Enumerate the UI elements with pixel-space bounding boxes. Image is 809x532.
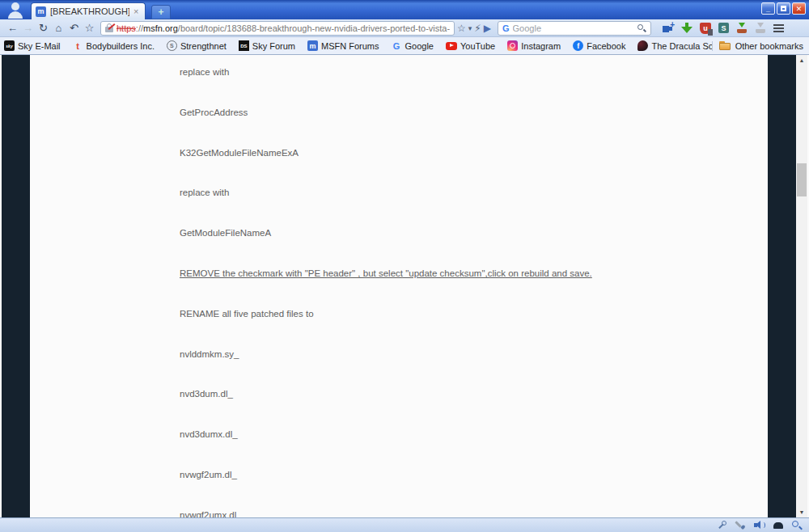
extension-buttons: + u S: [663, 23, 784, 34]
sky-logo-icon: sky: [4, 40, 15, 51]
page-right-gutter: [768, 55, 796, 517]
google-icon: G: [392, 40, 402, 51]
brush-icon[interactable]: [735, 520, 747, 530]
content-line: K32GetModuleFileNameExA: [30, 145, 768, 185]
maximize-button[interactable]: [777, 2, 790, 15]
speaker-icon[interactable]: [754, 520, 765, 530]
bookmark-item[interactable]: Instagram: [507, 40, 561, 51]
bookmark-label: Instagram: [521, 41, 561, 51]
bookmark-label: MSFN Forums: [321, 41, 379, 51]
url-path: /board/topic/183688-breakthrough-new-nvi…: [178, 23, 450, 33]
bookmark-label: Facebook: [587, 41, 625, 51]
msfn-favicon-icon: m: [36, 6, 46, 17]
page-content: replace withGetProcAddressK32GetModuleFi…: [30, 55, 768, 517]
bookmark-label: Bodybuilders Inc.: [87, 41, 155, 51]
zoom-magnifier-icon[interactable]: [791, 520, 803, 530]
url-domain: msfn.org: [143, 23, 178, 33]
instagram-icon: [507, 40, 518, 51]
urlbar-extras: ☆ ▾ ⚡ ▶: [457, 21, 491, 36]
url-dropdown-icon[interactable]: ▾: [468, 21, 472, 36]
hat-icon[interactable]: [773, 520, 784, 530]
scrollbar[interactable]: ▲ ▼: [796, 55, 807, 517]
download-arrow-icon[interactable]: [681, 23, 693, 33]
tab-breakthrough-topic[interactable]: m [BREAKTHROUGH] NE ×: [31, 2, 146, 19]
menu-hamburger-icon[interactable]: [773, 24, 784, 32]
undo-button[interactable]: ↶: [66, 20, 82, 36]
bookmark-item[interactable]: skySky E-Mail: [4, 40, 61, 51]
bookmark-item[interactable]: fFacebook: [573, 40, 625, 51]
scrollbar-thumb[interactable]: [797, 163, 807, 196]
search-bar[interactable]: G: [498, 21, 651, 36]
ublock-badge: [708, 29, 713, 36]
url-scheme: https: [116, 23, 136, 33]
s-extension-icon[interactable]: S: [718, 23, 729, 33]
insecure-lock-icon: [105, 23, 113, 32]
scroll-down-icon[interactable]: ▼: [796, 507, 807, 517]
msfn-icon: m: [307, 40, 318, 51]
download-tray-active-icon[interactable]: [736, 23, 748, 33]
scroll-up-icon[interactable]: ▲: [796, 55, 807, 65]
home-button[interactable]: ⌂: [51, 20, 66, 36]
profile-avatar-icon: [6, 2, 25, 19]
content-text: nvwgf2um.dl_: [180, 470, 237, 479]
content-text: GetModuleFileNameA: [180, 228, 271, 238]
content-text: RENAME all five patched files to: [180, 309, 314, 319]
content-text: K32GetModuleFileNameExA: [180, 148, 299, 158]
new-tab-button[interactable]: +: [151, 5, 171, 19]
facebook-icon: f: [573, 40, 583, 51]
ublock-shield-icon[interactable]: u: [700, 23, 711, 34]
bookmark-item[interactable]: tBodybuilders Inc.: [73, 40, 155, 51]
go-arrow-icon[interactable]: ▶: [484, 21, 491, 36]
dracula-society-icon: [637, 40, 648, 51]
bookmark-item[interactable]: GGoogle: [392, 40, 434, 51]
sky-forum-icon: DS: [239, 40, 249, 51]
bookmark-label: Google: [405, 41, 434, 51]
window-controls: _ ✕: [761, 2, 806, 15]
pin-icon[interactable]: [717, 520, 728, 530]
strengthnet-icon: S: [167, 40, 177, 51]
bookmark-label: YouTube: [460, 41, 495, 51]
google-logo-icon: G: [502, 23, 510, 33]
content-line: REMOVE the checkmark with "PE header" , …: [30, 265, 768, 306]
download-tray-idle-icon[interactable]: [755, 23, 766, 33]
star-page-button[interactable]: ☆: [457, 21, 466, 36]
content-link[interactable]: REMOVE the checkmark with "PE header" , …: [180, 268, 592, 278]
browser-window: m [BREAKTHROUGH] NE × + _ ✕ ← → ↻ ⌂ ↶ ☆ …: [0, 0, 809, 532]
content-text: GetProcAddress: [180, 108, 248, 117]
bookmark-item[interactable]: DSSky Forum: [239, 40, 295, 51]
blocks-addon-icon[interactable]: +: [663, 23, 674, 33]
lightning-icon[interactable]: ⚡: [474, 21, 481, 36]
content-line: RENAME all five patched files to: [30, 306, 768, 346]
forward-button[interactable]: →: [20, 20, 36, 36]
content-line: replace with: [30, 184, 768, 225]
content-text: nvlddmkm.sy_: [180, 349, 239, 359]
back-button[interactable]: ←: [5, 20, 20, 36]
close-button[interactable]: ✕: [792, 2, 806, 15]
other-bookmarks-button[interactable]: Other bookmarks: [712, 41, 803, 51]
search-magnifier-icon[interactable]: [637, 23, 646, 33]
content-line: nvd3dum.dl_: [30, 386, 768, 426]
status-bar: [0, 517, 809, 532]
tab-title: [BREAKTHROUGH] NE: [50, 6, 129, 16]
bookmark-label: Strengthnet: [180, 41, 227, 51]
bodybuilders-icon: t: [73, 40, 83, 51]
titlebar: m [BREAKTHROUGH] NE × + _ ✕: [0, 0, 809, 19]
bookmark-item[interactable]: SStrengthnet: [167, 40, 227, 51]
content-line: GetModuleFileNameA: [30, 225, 768, 265]
content-line: nvlddmkm.sy_: [30, 346, 768, 386]
reload-button[interactable]: ↻: [36, 20, 51, 36]
youtube-icon: [446, 42, 457, 50]
content-text: replace with: [180, 188, 229, 197]
search-input[interactable]: [513, 23, 633, 33]
minimize-button[interactable]: _: [761, 2, 775, 15]
bookmark-item[interactable]: mMSFN Forums: [307, 40, 379, 51]
bookmarks-toolbar: skySky E-MailtBodybuilders Inc.SStrength…: [0, 37, 809, 55]
bookmark-item[interactable]: YouTube: [446, 41, 495, 51]
tab-close-icon[interactable]: ×: [133, 7, 138, 16]
bookmark-item[interactable]: The Dracula Society: [637, 40, 711, 51]
url-bar[interactable]: https://msfn.org/board/topic/183688-brea…: [100, 21, 455, 36]
content-text: nvwgf2umx.dl_: [180, 510, 242, 517]
content-text: replace with: [180, 67, 229, 77]
navigation-toolbar: ← → ↻ ⌂ ↶ ☆ https://msfn.org/board/topic…: [0, 19, 809, 37]
bookmark-star-button[interactable]: ☆: [82, 20, 97, 36]
